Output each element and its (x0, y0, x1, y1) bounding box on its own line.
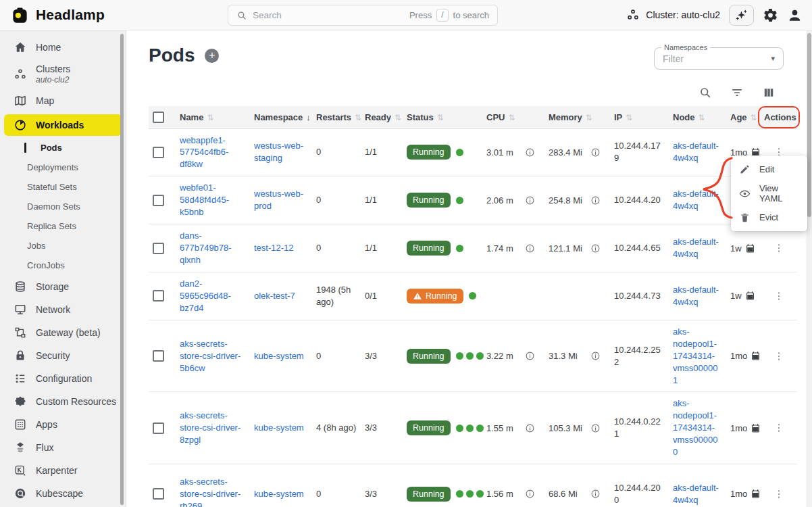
info-icon[interactable] (590, 423, 601, 433)
pod-name-link[interactable]: dans-677b749b78-qlxnh (180, 230, 246, 266)
info-icon[interactable] (525, 489, 535, 499)
sidebar-item-deployments[interactable]: Deployments (0, 158, 126, 177)
column-header-ip[interactable]: IP⇅ (610, 106, 669, 128)
sidebar-item-home[interactable]: Home (0, 36, 126, 59)
info-icon[interactable] (590, 489, 601, 499)
sidebar-item-replica-sets[interactable]: Replica Sets (0, 216, 126, 236)
user-account-icon[interactable] (787, 7, 803, 23)
select-all-checkbox[interactable] (153, 112, 164, 123)
info-icon[interactable] (590, 351, 601, 361)
info-icon[interactable] (590, 195, 601, 206)
row-checkbox[interactable] (153, 243, 164, 254)
row-checkbox[interactable] (153, 290, 164, 301)
cluster-chooser[interactable]: Cluster: auto-clu2 (626, 8, 720, 22)
sidebar-item-apps[interactable]: Apps (0, 413, 126, 436)
row-checkbox[interactable] (153, 195, 164, 206)
row-checkbox[interactable] (153, 147, 164, 158)
column-header-restarts[interactable]: Restarts⇅ (312, 106, 361, 128)
info-icon[interactable] (590, 147, 601, 158)
menu-item-evict[interactable]: Evict (731, 208, 807, 227)
calendar-icon[interactable] (751, 423, 761, 433)
column-header-ready[interactable]: Ready⇅ (361, 106, 403, 128)
namespaces-filter-select[interactable]: Namespaces Filter ▾ (654, 47, 784, 70)
row-checkbox[interactable] (153, 422, 164, 434)
column-header-name[interactable]: Name⇅ (176, 106, 250, 128)
table-columns-icon[interactable] (762, 86, 776, 99)
sidebar-item-security[interactable]: Security (0, 344, 126, 367)
namespace-link[interactable]: kube-system (254, 422, 304, 434)
sidebar-item-flux[interactable]: Flux (0, 436, 126, 459)
pod-name-link[interactable]: aks-secrets-store-csi-driver-8zpgl (180, 410, 246, 446)
node-link[interactable]: aks-default-4w4xq (673, 236, 722, 260)
column-header-age[interactable]: Age⇅ (726, 106, 760, 128)
info-icon[interactable] (525, 243, 535, 254)
global-search-input[interactable]: Search Press / to search (228, 5, 498, 26)
table-filter-icon[interactable] (730, 86, 744, 99)
column-header-node[interactable]: Node⇅ (669, 106, 726, 128)
info-icon[interactable] (525, 195, 535, 206)
sidebar-item-network[interactable]: Network (0, 298, 126, 321)
page-scrollbar[interactable] (807, 30, 812, 507)
sidebar-item-clusters[interactable]: Clustersauto-clu2 (0, 59, 126, 89)
pod-name-link[interactable]: dan2-5965c96d48-bz7d4 (180, 278, 246, 314)
row-actions-menu-button[interactable] (771, 486, 787, 502)
menu-item-edit[interactable]: Edit (731, 160, 807, 179)
info-icon[interactable] (525, 147, 535, 158)
sidebar-item-kubescape[interactable]: Kubescape (0, 482, 126, 505)
pod-name-link[interactable]: webappfe1-57754c4fb6-df8kw (180, 135, 246, 171)
node-link[interactable]: aks-default-4w4xq (673, 482, 722, 506)
page-scrollbar-thumb[interactable] (807, 33, 811, 217)
row-actions-menu-button[interactable] (771, 348, 787, 364)
sidebar-item-pods[interactable]: Pods (0, 138, 126, 158)
calendar-icon[interactable] (751, 351, 761, 361)
calendar-icon[interactable] (745, 291, 755, 301)
column-header-memory[interactable]: Memory⇅ (544, 106, 610, 128)
sidebar-item-daemon-sets[interactable]: Daemon Sets (0, 197, 126, 216)
node-link[interactable]: aks-default-4w4xq (673, 284, 722, 308)
node-link[interactable]: aks-default-4w4xq (673, 140, 722, 164)
info-icon[interactable] (590, 243, 601, 254)
settings-gear-icon[interactable] (763, 7, 778, 23)
sidebar-item-storage[interactable]: Storage (0, 275, 126, 298)
row-actions-menu-button[interactable] (771, 240, 787, 256)
namespace-link[interactable]: kube-system (254, 350, 304, 362)
sidebar-item-cronjobs[interactable]: CronJobs (0, 256, 126, 275)
sidebar-item-gateway[interactable]: Gateway (beta) (0, 321, 126, 344)
create-pod-button[interactable]: + (205, 49, 219, 63)
menu-item-view-yaml[interactable]: View YAML (731, 179, 807, 208)
namespace-link[interactable]: test-12-12 (254, 242, 294, 254)
column-header-status[interactable]: Status⇅ (403, 106, 482, 128)
namespace-link[interactable]: westus-web-prod (254, 188, 308, 212)
info-icon[interactable] (525, 423, 535, 433)
sidebar-item-jobs[interactable]: Jobs (0, 236, 126, 256)
column-header-cpu[interactable]: CPU⇅ (482, 106, 544, 128)
info-icon[interactable] (525, 351, 535, 361)
sidebar-item-configuration[interactable]: Configuration (0, 367, 126, 390)
sidebar-item-custom-resources[interactable]: Custom Resources (0, 390, 126, 413)
pod-name-link[interactable]: aks-secrets-store-csi-driver-5b6cw (180, 338, 246, 375)
sidebar-item-map[interactable]: Map (0, 89, 126, 112)
row-checkbox[interactable] (153, 350, 164, 362)
pod-name-link[interactable]: aks-secrets-store-csi-driver-rh269 (180, 476, 246, 507)
column-header-namespace[interactable]: Namespace↓ (250, 106, 312, 128)
row-checkbox[interactable] (153, 488, 164, 500)
row-actions-menu-button[interactable] (771, 288, 787, 304)
sidebar-item-karpenter[interactable]: Karpenter (0, 459, 126, 482)
calendar-icon[interactable] (751, 489, 761, 499)
column-header-actions[interactable]: Actions (760, 106, 797, 128)
sidebar-item-stateful-sets[interactable]: Stateful Sets (0, 177, 126, 197)
sidebar-scrollbar[interactable] (120, 34, 124, 505)
node-link[interactable]: aks-default-4w4xq (673, 188, 722, 212)
pod-name-link[interactable]: webfe01-58d48f4d45-k5bnb (180, 182, 246, 218)
table-search-icon[interactable] (699, 86, 712, 99)
brand[interactable]: Headlamp (11, 0, 105, 30)
row-actions-menu-button[interactable] (771, 420, 787, 436)
namespace-link[interactable]: westus-web-staging (254, 140, 308, 164)
namespace-link[interactable]: olek-test-7 (254, 290, 295, 302)
sidebar-item-workloads[interactable]: Workloads (4, 114, 122, 136)
calendar-icon[interactable] (745, 243, 755, 254)
node-link[interactable]: aks-nodepool1-17434314-vmss000000 (673, 397, 722, 458)
node-link[interactable]: aks-nodepool1-17434314-vmss000001 (673, 326, 722, 387)
namespace-link[interactable]: kube-system (254, 488, 304, 500)
ai-assistant-button[interactable] (729, 5, 754, 26)
